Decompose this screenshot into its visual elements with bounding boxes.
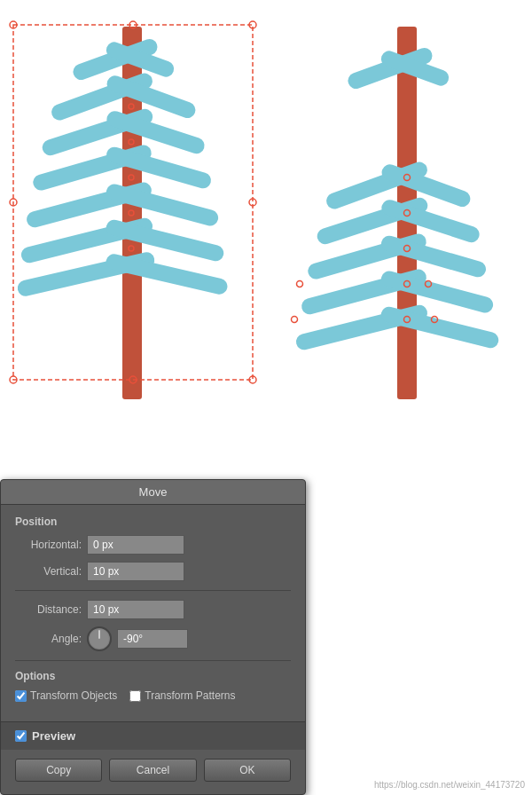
divider-2 [15,660,291,661]
trees-svg [0,0,532,399]
options-label: Options [15,670,291,682]
canvas-area [0,0,532,399]
distance-row: Distance: [15,600,291,619]
copy-button[interactable]: Copy [15,759,102,782]
angle-label: Angle: [15,633,82,645]
position-section-label: Position [15,516,291,528]
vertical-row: Vertical: [15,562,291,581]
options-section: Options Transform Objects Transform Patt… [15,670,291,702]
transform-patterns-item[interactable]: Transform Patterns [129,689,235,702]
right-tree [292,27,501,399]
watermark: https://blog.csdn.net/weixin_44173720 [374,780,525,790]
svg-point-47 [297,281,303,287]
cancel-button[interactable]: Cancel [109,759,196,782]
transform-patterns-label: Transform Patterns [145,689,235,702]
angle-dial[interactable] [87,626,112,651]
preview-section: Preview [1,721,305,750]
vertical-input[interactable] [87,562,184,581]
angle-input[interactable] [117,629,188,649]
horizontal-label: Horizontal: [15,539,82,551]
angle-row: Angle: [15,626,291,651]
dialog-title: Move [1,480,305,505]
left-tree [10,21,256,399]
horizontal-input[interactable] [87,535,184,555]
transform-objects-label: Transform Objects [30,689,117,702]
ok-button[interactable]: OK [204,759,291,782]
vertical-label: Vertical: [15,565,82,578]
buttons-row: Copy Cancel OK [1,750,305,794]
preview-label: Preview [32,729,75,743]
divider-1 [15,590,291,591]
svg-point-49 [292,317,298,323]
svg-rect-10 [105,182,220,227]
transform-objects-checkbox[interactable] [15,690,27,702]
checkbox-row: Transform Objects Transform Patterns [15,689,291,702]
preview-checkbox[interactable] [15,730,27,742]
transform-objects-item[interactable]: Transform Objects [15,689,117,702]
transform-patterns-checkbox[interactable] [129,690,141,702]
move-dialog: Move Position Horizontal: Vertical: Dist… [0,479,306,795]
distance-input[interactable] [87,600,184,619]
distance-label: Distance: [15,603,82,616]
horizontal-row: Horizontal: [15,535,291,555]
